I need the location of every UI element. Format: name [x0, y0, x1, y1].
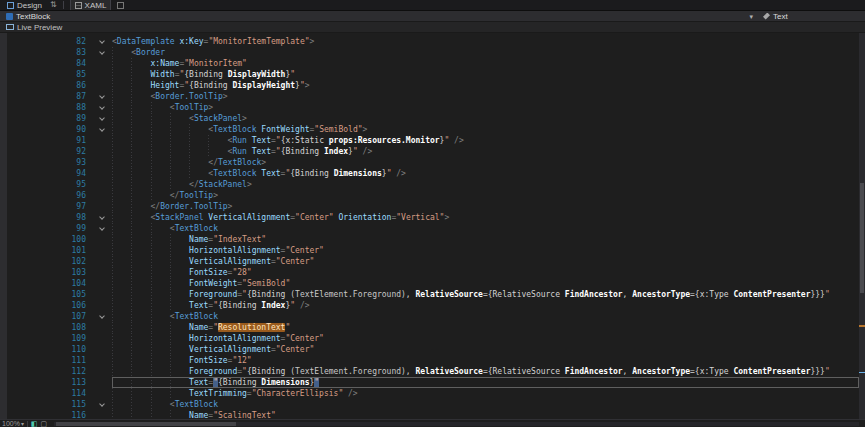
- swap-panes-icon[interactable]: ⇅: [50, 1, 57, 9]
- line-number: 102: [0, 256, 96, 267]
- code-text[interactable]: <StackPanel VerticalAlignment="Center" O…: [112, 212, 859, 223]
- fold-margin: [96, 388, 112, 399]
- fold-margin: [96, 91, 112, 102]
- design-icon: [7, 2, 14, 9]
- code-line: 90 <TextBlock FontWeight="SemiBold">: [0, 124, 859, 135]
- fold-margin: [96, 355, 112, 366]
- code-area[interactable]: 82<DataTemplate x:Key="MonitorItemTempla…: [0, 33, 859, 427]
- fold-chevron-icon[interactable]: [99, 115, 105, 121]
- property-dropdown[interactable]: Text: [757, 11, 865, 21]
- design-tab[interactable]: Design: [3, 0, 46, 10]
- code-line: 84 x:Name="MonitorItem": [0, 58, 859, 69]
- code-text[interactable]: FontSize="28": [112, 267, 859, 278]
- code-text[interactable]: </ToolTip>: [112, 190, 859, 201]
- code-text[interactable]: Foreground="{Binding (TextElement.Foregr…: [112, 366, 859, 377]
- code-text[interactable]: Width="{Binding DisplayWidth}": [112, 69, 859, 80]
- live-preview-toggle[interactable]: Live Preview: [3, 22, 65, 32]
- fold-chevron-icon[interactable]: [99, 225, 105, 231]
- code-text[interactable]: </Border.ToolTip>: [112, 201, 859, 212]
- code-text[interactable]: HorizontalAlignment="Center": [112, 333, 859, 344]
- fold-margin: [96, 322, 112, 333]
- code-text[interactable]: <Run Text="{x:Static props:Resources.Mon…: [112, 135, 859, 146]
- code-line: 86 Height="{Binding DisplayHeight}">: [0, 80, 859, 91]
- code-text[interactable]: <TextBlock Text="{Binding Dimensions}" /…: [112, 168, 859, 179]
- fold-chevron-icon[interactable]: [99, 126, 105, 132]
- zoom-control[interactable]: 100% ▾: [2, 420, 24, 427]
- code-text[interactable]: FontWeight="SemiBold": [112, 278, 859, 289]
- code-text[interactable]: Foreground="{Binding (TextElement.Foregr…: [112, 289, 859, 300]
- popout-icon[interactable]: [117, 2, 124, 9]
- chevron-down-icon[interactable]: ▾: [745, 13, 757, 20]
- fold-chevron-icon[interactable]: [99, 104, 105, 110]
- line-number: 85: [0, 69, 96, 80]
- pane-icon[interactable]: ▢: [41, 420, 48, 427]
- line-number: 104: [0, 278, 96, 289]
- code-text[interactable]: Height="{Binding DisplayHeight}">: [112, 80, 859, 91]
- code-text[interactable]: TextTrimming="CharacterEllipsis" />: [112, 388, 859, 399]
- code-line: 107 <TextBlock: [0, 311, 859, 322]
- tab-separator: [63, 1, 64, 9]
- code-text[interactable]: HorizontalAlignment="Center": [112, 245, 859, 256]
- element-dropdown[interactable]: TextBlock: [0, 11, 745, 21]
- code-text[interactable]: FontSize="12": [112, 355, 859, 366]
- design-tab-label: Design: [17, 1, 42, 10]
- split-view-icon[interactable]: ◧: [31, 420, 38, 427]
- live-preview-bar: Live Preview: [0, 22, 865, 33]
- fold-chevron-icon[interactable]: [99, 38, 105, 44]
- code-line: 115 <TextBlock: [0, 399, 859, 410]
- code-text[interactable]: Text="{Binding Dimensions}": [112, 377, 859, 388]
- fold-margin: [96, 245, 112, 256]
- code-text[interactable]: VerticalAlignment="Center": [112, 344, 859, 355]
- code-text[interactable]: <Border.ToolTip>: [112, 91, 859, 102]
- code-text[interactable]: <TextBlock: [112, 311, 859, 322]
- fold-chevron-icon[interactable]: [99, 214, 105, 220]
- xaml-doc-icon: [75, 2, 82, 9]
- code-text[interactable]: </TextBlock>: [112, 157, 859, 168]
- fold-margin: [96, 80, 112, 91]
- vertical-scrollbar-thumb[interactable]: [860, 183, 864, 293]
- line-number: 113: [0, 377, 96, 388]
- code-text[interactable]: <Border: [112, 47, 859, 58]
- fold-margin: [96, 201, 112, 212]
- code-line: 102 VerticalAlignment="Center": [0, 256, 859, 267]
- horizontal-scrollbar-thumb[interactable]: [56, 422, 236, 426]
- fold-chevron-icon[interactable]: [99, 93, 105, 99]
- live-preview-label: Live Preview: [17, 23, 62, 32]
- code-text[interactable]: Name="ResolutionText": [112, 322, 859, 333]
- code-line: 85 Width="{Binding DisplayWidth}": [0, 69, 859, 80]
- vertical-scrollbar[interactable]: [859, 33, 865, 427]
- fold-margin: [96, 124, 112, 135]
- fold-chevron-icon[interactable]: [99, 401, 105, 407]
- line-number: 99: [0, 223, 96, 234]
- fold-margin: [96, 278, 112, 289]
- code-text[interactable]: <Run Text="{Binding Index}" />: [112, 146, 859, 157]
- code-text[interactable]: <TextBlock: [112, 223, 859, 234]
- code-text[interactable]: <DataTemplate x:Key="MonitorItemTemplate…: [112, 36, 859, 47]
- code-line: 91 <Run Text="{x:Static props:Resources.…: [0, 135, 859, 146]
- code-text[interactable]: x:Name="MonitorItem": [112, 58, 859, 69]
- code-text[interactable]: </StackPanel>: [112, 179, 859, 190]
- fold-chevron-icon[interactable]: [99, 49, 105, 55]
- line-number: 112: [0, 366, 96, 377]
- line-number: 101: [0, 245, 96, 256]
- code-line: 93 </TextBlock>: [0, 157, 859, 168]
- editor-status-strip: 100% ▾ ◧ ▢: [0, 419, 865, 427]
- code-editor[interactable]: 82<DataTemplate x:Key="MonitorItemTempla…: [0, 33, 865, 427]
- code-text[interactable]: <TextBlock: [112, 399, 859, 410]
- xaml-tab[interactable]: XAML: [70, 0, 112, 10]
- code-text[interactable]: VerticalAlignment="Center": [112, 256, 859, 267]
- code-text[interactable]: <TextBlock FontWeight="SemiBold">: [112, 124, 859, 135]
- code-line: 96 </ToolTip>: [0, 190, 859, 201]
- code-text[interactable]: Text="{Binding Index}" />: [112, 300, 859, 311]
- live-preview-icon: [6, 24, 14, 30]
- horizontal-scrollbar[interactable]: [54, 422, 859, 426]
- line-number: 82: [0, 36, 96, 47]
- code-text[interactable]: Name="IndexText": [112, 234, 859, 245]
- code-text[interactable]: <StackPanel>: [112, 113, 859, 124]
- caret-position-marker: [859, 372, 865, 373]
- code-line: 89 <StackPanel>: [0, 113, 859, 124]
- fold-chevron-icon[interactable]: [99, 313, 105, 319]
- fold-margin: [96, 289, 112, 300]
- code-line: 88 <ToolTip>: [0, 102, 859, 113]
- code-text[interactable]: <ToolTip>: [112, 102, 859, 113]
